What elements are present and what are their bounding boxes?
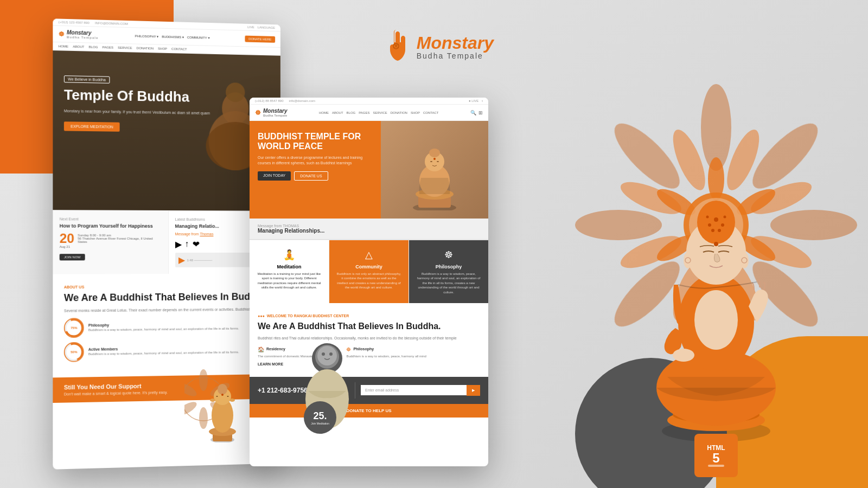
event-day: 20 — [60, 232, 74, 245]
footer-donate[interactable]: DONATE TO HELP US — [250, 404, 488, 418]
search-icon[interactable]: 🔍 — [470, 110, 476, 115]
about-right-section: ●●● WELCOME TO RANGKAI BUDDHIST CENTER W… — [250, 303, 488, 377]
learn-more-link[interactable]: LEARN MORE — [258, 362, 480, 366]
hero-right-image — [381, 121, 488, 219]
hero-content: We Believe in Buddha Temple Of Buddha Mo… — [53, 50, 280, 145]
latest-post-label: Message from THOMAS — [258, 224, 480, 228]
r-nav-home[interactable]: HOME — [319, 111, 329, 114]
about-features: 🏠 Residency The commitment of domestic M… — [258, 346, 480, 358]
play-icon[interactable]: ▶ — [178, 255, 184, 265]
about-section-left: ABOUT US We Are A Buddhist That Believes… — [53, 273, 280, 377]
r-nav-about[interactable]: ABOUT — [332, 111, 343, 114]
r-header-icons[interactable]: 🔍 ⊞ — [470, 110, 483, 115]
r-nav-blog[interactable]: BLOG — [347, 111, 356, 114]
mockup-logo: ☸ Monstary Budha Tempale — [59, 29, 99, 40]
philosophy-icon: ☸ — [416, 249, 482, 261]
brand-subtitle: Budha Tempale — [67, 35, 98, 40]
buddha-statue-svg — [407, 129, 462, 210]
small-buddha-svg — [184, 356, 239, 442]
video-icon[interactable]: ▶ — [175, 239, 181, 249]
community-desc: Buddhism is not only an abstract philoso… — [336, 272, 402, 290]
html5-underline — [708, 465, 724, 467]
grid-icon[interactable]: ⊞ — [478, 110, 483, 115]
nav-donation[interactable]: DONATION — [137, 47, 154, 50]
email-info: INFO@DOMAIN.COM — [95, 21, 128, 25]
r-nav-donation[interactable]: DONATION — [391, 111, 407, 114]
logo-hand-palm-icon — [381, 27, 411, 67]
logo-main-text: Monstary — [417, 34, 494, 52]
mockup-right: (+012) 88 8547 890 info@domain.com ● LIV… — [250, 98, 488, 466]
hero-small-text: We Believe in Buddha — [64, 75, 110, 84]
r-nav-contact[interactable]: CONTACT — [423, 111, 439, 114]
mockup-left: (+012) 123 4567 890 INFO@DOMAIN.COM LIVE… — [53, 18, 280, 469]
nav-service[interactable]: SERVICE — [118, 46, 132, 50]
hero-section-right: BUDDHIST TEMPLE FOR WORLD PEACE Our cent… — [250, 121, 488, 219]
r-logo: ☸ Monstary Budha Tempale — [255, 108, 287, 117]
nav-pages[interactable]: PAGES — [103, 46, 114, 49]
members-percent: 50% — [71, 350, 77, 354]
r-nav-shop[interactable]: SHOP — [411, 111, 420, 114]
svg-point-53 — [697, 201, 735, 244]
badge-number: 25. — [313, 410, 327, 422]
svg-point-60 — [724, 216, 726, 219]
nav-contact[interactable]: CONTACT — [171, 47, 187, 51]
donate-us-btn[interactable]: DONATE US — [294, 171, 328, 181]
badge-text: Join Meditation — [311, 422, 329, 425]
nav-shop[interactable]: SHOP — [158, 47, 167, 50]
about-title: We Are A Buddhist That Believes In Buddh… — [64, 291, 270, 304]
html5-number: 5 — [712, 452, 719, 465]
join-today-btn[interactable]: JOIN TODAY — [258, 171, 291, 181]
r-twitter: t — [482, 99, 483, 102]
next-event-box: Next Event How to Program Yourself for H… — [53, 210, 168, 274]
like-icon[interactable]: ❤ — [192, 239, 199, 249]
explore-btn[interactable]: EXPLORE MEDITATION — [64, 122, 120, 132]
hero-desc: Monstary is near from your family. If yo… — [64, 108, 270, 117]
svg-point-87 — [216, 396, 218, 397]
svg-point-21 — [744, 114, 827, 197]
svg-point-58 — [718, 229, 721, 232]
feature-philosophy: ☸ Philosophy Buddhism is a way to wisdom… — [409, 240, 488, 303]
about-right-title: We Are A Buddhist That Believes In Buddh… — [258, 321, 480, 331]
subscribe-btn[interactable]: ▶ — [467, 385, 480, 396]
r-nav[interactable]: HOME ABOUT BLOG PAGES SERVICE DONATION S… — [319, 111, 439, 114]
email-input[interactable]: Enter email address — [361, 385, 467, 395]
about-right-label: ●●● WELCOME TO RANGKAI BUDDHIST CENTER — [258, 314, 480, 318]
svg-point-78 — [184, 400, 199, 418]
meditation-icon: 🧘 — [256, 249, 322, 261]
r-email: info@domain.com — [289, 99, 315, 102]
nav-about[interactable]: ABOUT — [73, 45, 84, 49]
mockup-nav[interactable]: PHILOSOPHY ▾ BUDDHISMS ▾ COMMUNITY ▾ — [135, 34, 209, 39]
svg-point-70 — [322, 352, 325, 356]
latest-post-title: Managing Relationships... — [258, 228, 480, 234]
r-nav-service[interactable]: SERVICE — [373, 111, 387, 114]
buddha-illustration — [564, 27, 868, 461]
event-title: How to Program Yourself for Happiness — [60, 223, 162, 229]
residency-icon: 🏠 — [258, 346, 264, 352]
donate-button[interactable]: DONATE HERE — [245, 35, 276, 42]
hero-section-left: We Believe in Buddha Temple Of Buddha Mo… — [53, 50, 280, 211]
next-event-label: Next Event — [60, 217, 162, 221]
logo-sub-text: Budha Tempale — [417, 52, 494, 60]
svg-point-71 — [329, 352, 333, 356]
nav-philosophy[interactable]: PHILOSOPHY ▾ — [135, 34, 159, 38]
r-nav-pages[interactable]: PAGES — [359, 111, 369, 114]
join-now-btn[interactable]: JOIN NOW — [60, 254, 85, 260]
svg-point-88 — [227, 396, 229, 397]
philosophy-right-title: Philosophy — [353, 347, 374, 351]
nav-home[interactable]: HOME — [59, 44, 68, 48]
share-icon[interactable]: ↑ — [184, 239, 189, 249]
phone-info: (+012) 123 4567 890 — [59, 21, 90, 25]
hero-orange-panel: BUDDHIST TEMPLE FOR WORLD PEACE Our cent… — [250, 121, 381, 219]
r-brand-sub: Budha Tempale — [263, 114, 287, 117]
feature-community: △ Community Buddhism is not only an abst… — [329, 240, 409, 303]
nav-buddhisms[interactable]: BUDDHISMS ▾ — [162, 35, 184, 39]
about-desc: Several monks reside at Great Lotus. The… — [64, 307, 270, 312]
meditation-desc: Meditation is a training to your mind ju… — [256, 272, 322, 290]
about-right-label-text: WELCOME TO RANGKAI BUDDHIST CENTER — [267, 314, 349, 318]
nav-community[interactable]: COMMUNITY ▾ — [187, 35, 209, 40]
nav-blog[interactable]: BLOG — [88, 46, 98, 49]
feature-philosophy-right: ☸ Philosophy Buddhism is a way to wisdom… — [346, 346, 426, 358]
mockup-right-topbar: (+012) 88 8547 890 info@domain.com ● LIV… — [250, 98, 488, 105]
svg-point-56 — [721, 223, 724, 227]
svg-point-16 — [433, 158, 436, 160]
